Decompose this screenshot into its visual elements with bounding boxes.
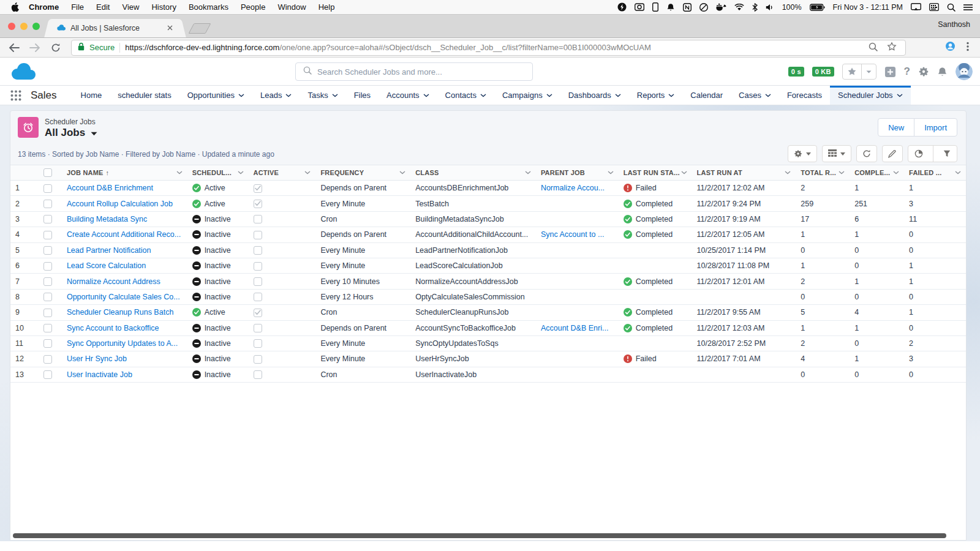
tab-opportunities[interactable]: Opportunities xyxy=(179,86,252,105)
column-header-frequency[interactable]: FREQUENCY xyxy=(315,165,410,180)
notifications-bell-icon[interactable] xyxy=(937,67,948,77)
job-name-link[interactable]: Lead Score Calculation xyxy=(67,261,146,270)
column-header-comple[interactable]: COMPLE... xyxy=(850,165,904,180)
active-checkbox[interactable] xyxy=(254,293,262,301)
chevron-down-icon[interactable] xyxy=(785,171,791,174)
chevron-down-icon[interactable] xyxy=(238,171,244,174)
job-name-link[interactable]: Building Metadata Sync xyxy=(67,215,147,223)
row-checkbox[interactable] xyxy=(43,277,52,286)
chevron-down-icon[interactable] xyxy=(304,171,311,174)
charts-button[interactable] xyxy=(911,149,927,158)
tab-contacts[interactable]: Contacts xyxy=(437,86,494,105)
notes-icon[interactable] xyxy=(683,3,692,12)
power-bolt-icon[interactable] xyxy=(617,2,627,12)
active-checkbox[interactable] xyxy=(254,231,262,239)
forward-button[interactable] xyxy=(27,43,43,52)
menu-people[interactable]: People xyxy=(235,2,271,12)
parent-job-link[interactable]: Normalize Accou... xyxy=(541,184,605,192)
wifi-icon[interactable] xyxy=(734,4,744,11)
menu-help[interactable]: Help xyxy=(312,2,341,12)
extension-icon[interactable] xyxy=(945,41,956,54)
zoom-window-button[interactable] xyxy=(32,23,40,30)
tab-scheduler-jobs[interactable]: Scheduler Jobs xyxy=(830,86,911,105)
tab-tasks[interactable]: Tasks xyxy=(300,86,345,105)
active-checkbox[interactable] xyxy=(254,309,262,317)
column-header-parent-job[interactable]: PARENT JOB xyxy=(536,165,619,180)
horizontal-scrollbar[interactable] xyxy=(13,533,946,538)
menu-history[interactable]: History xyxy=(145,2,182,12)
tab-forecasts[interactable]: Forecasts xyxy=(779,86,830,105)
app-launcher-waffle-icon[interactable] xyxy=(10,86,22,105)
secure-label[interactable]: Secure xyxy=(89,43,115,52)
battery-icon[interactable] xyxy=(810,4,825,11)
row-checkbox[interactable] xyxy=(43,370,52,379)
browser-tab[interactable]: All Jobs | Salesforce xyxy=(50,19,180,37)
column-header-last-run-at[interactable]: LAST RUN AT xyxy=(692,165,796,180)
row-checkbox[interactable] xyxy=(43,215,52,223)
chevron-down-icon[interactable] xyxy=(176,171,183,174)
menu-chrome[interactable]: Chrome xyxy=(23,2,65,12)
bell-icon[interactable] xyxy=(666,3,675,12)
secure-lock-icon[interactable] xyxy=(78,42,85,53)
bookmark-star-icon[interactable] xyxy=(887,42,897,53)
active-checkbox[interactable] xyxy=(254,277,262,286)
job-name-link[interactable]: User Inactivate Job xyxy=(67,370,132,379)
active-checkbox[interactable] xyxy=(254,200,262,208)
refresh-button[interactable] xyxy=(856,145,877,162)
chevron-down-icon[interactable] xyxy=(399,171,405,174)
chevron-down-icon[interactable] xyxy=(525,171,531,174)
row-checkbox[interactable] xyxy=(43,262,52,271)
keyboard-icon[interactable] xyxy=(929,3,939,11)
column-header-last-run-sta[interactable]: LAST RUN STA... xyxy=(619,165,692,180)
url-text[interactable]: https://dschforce-dev-ed.lightning.force… xyxy=(125,43,864,52)
column-header-total-r[interactable]: TOTAL R... xyxy=(796,165,850,180)
menu-view[interactable]: View xyxy=(116,2,145,12)
tab-campaigns[interactable]: Campaigns xyxy=(494,86,560,105)
bluetooth-icon[interactable] xyxy=(752,3,758,12)
favorites-caret-icon[interactable] xyxy=(861,64,876,79)
list-view-controls-button[interactable] xyxy=(788,145,817,162)
global-search[interactable] xyxy=(295,62,533,81)
list-view-selector-caret-icon[interactable] xyxy=(91,127,97,139)
notification-center-icon[interactable] xyxy=(963,4,973,11)
job-name-link[interactable]: Account Rollup Calculation Job xyxy=(67,200,173,208)
back-button[interactable] xyxy=(6,43,22,52)
minimize-window-button[interactable] xyxy=(20,23,28,30)
menu-bookmarks[interactable]: Bookmarks xyxy=(183,2,235,12)
volume-icon[interactable] xyxy=(766,4,774,11)
active-checkbox[interactable] xyxy=(254,184,262,193)
filter-button[interactable] xyxy=(940,150,954,157)
tab-dashboards[interactable]: Dashboards xyxy=(560,86,629,105)
browser-profile-name[interactable]: Santhosh xyxy=(938,20,970,29)
tab-cases[interactable]: Cases xyxy=(731,86,779,105)
new-tab-button[interactable] xyxy=(188,23,211,34)
setup-gear-icon[interactable] xyxy=(918,66,929,77)
display-icon[interactable] xyxy=(911,3,921,11)
camera-icon[interactable] xyxy=(635,3,644,11)
job-name-link[interactable]: Create Account Additional Reco... xyxy=(67,230,181,239)
global-search-input[interactable] xyxy=(317,67,525,77)
app-name[interactable]: Sales xyxy=(31,86,57,105)
close-window-button[interactable] xyxy=(8,23,15,30)
active-checkbox[interactable] xyxy=(254,339,262,348)
job-name-link[interactable]: Sync Account to Backoffice xyxy=(67,324,159,332)
job-name-link[interactable]: Lead Partner Notification xyxy=(67,246,151,255)
chevron-down-icon[interactable] xyxy=(955,171,961,174)
browser-menu-icon[interactable] xyxy=(967,42,969,54)
row-checkbox[interactable] xyxy=(43,293,52,301)
job-name-link[interactable]: Sync Opportunity Updates to A... xyxy=(67,339,178,348)
device-icon[interactable] xyxy=(652,2,658,12)
add-plus-icon[interactable] xyxy=(884,66,896,78)
tab-accounts[interactable]: Accounts xyxy=(379,86,437,105)
active-checkbox[interactable] xyxy=(254,246,262,255)
spotlight-icon[interactable] xyxy=(947,3,956,12)
row-checkbox[interactable] xyxy=(43,309,52,317)
menu-window[interactable]: Window xyxy=(271,2,312,12)
display-as-button[interactable] xyxy=(822,145,851,162)
active-checkbox[interactable] xyxy=(254,355,262,364)
parent-job-link[interactable]: Account D&B Enri... xyxy=(541,324,608,332)
docker-whale-icon[interactable] xyxy=(716,3,726,11)
chevron-down-icon[interactable] xyxy=(893,171,899,174)
row-checkbox[interactable] xyxy=(43,324,52,332)
active-checkbox[interactable] xyxy=(254,262,262,271)
